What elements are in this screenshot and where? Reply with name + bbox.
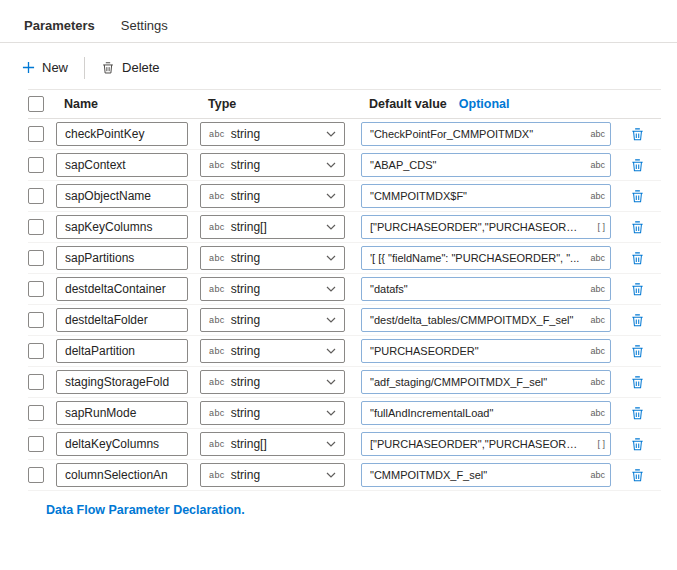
row-checkbox[interactable] bbox=[28, 250, 44, 266]
row-checkbox[interactable] bbox=[28, 467, 44, 483]
parameter-type-select[interactable]: abc string[] bbox=[200, 432, 345, 456]
row-checkbox[interactable] bbox=[28, 374, 44, 390]
row-delete-button[interactable] bbox=[623, 369, 651, 395]
default-value-field: abc bbox=[361, 370, 611, 394]
type-label: string bbox=[231, 375, 320, 389]
parameter-name-input[interactable] bbox=[56, 463, 188, 487]
row-checkbox[interactable] bbox=[28, 436, 44, 452]
tab-settings[interactable]: Settings bbox=[111, 12, 178, 42]
column-header-type: Type bbox=[200, 97, 345, 111]
parameter-type-select[interactable]: abc string bbox=[200, 339, 345, 363]
row-checkbox[interactable] bbox=[28, 281, 44, 297]
type-label: string bbox=[231, 251, 320, 265]
parameter-type-select[interactable]: abc string bbox=[200, 370, 345, 394]
parameter-type-select[interactable]: abc string bbox=[200, 246, 345, 270]
row-delete-button[interactable] bbox=[623, 245, 651, 271]
parameter-name-input[interactable] bbox=[56, 401, 188, 425]
default-value-input[interactable] bbox=[361, 277, 611, 301]
default-value-field: abc bbox=[361, 277, 611, 301]
panel-caption: Data Flow Parameter Declaration. bbox=[46, 503, 677, 517]
tab-parameters[interactable]: Parameters bbox=[14, 12, 105, 42]
parameter-name-input[interactable] bbox=[56, 246, 188, 270]
parameter-name-input[interactable] bbox=[56, 370, 188, 394]
parameters-table: Name Type Default value Optional abc str… bbox=[28, 89, 661, 491]
chevron-down-icon bbox=[326, 224, 336, 230]
parameter-row: abc string abc bbox=[28, 243, 661, 274]
parameter-type-select[interactable]: abc string bbox=[200, 153, 345, 177]
row-delete-button[interactable] bbox=[623, 462, 651, 488]
parameter-name-input[interactable] bbox=[56, 277, 188, 301]
parameter-name-input[interactable] bbox=[56, 339, 188, 363]
new-parameter-button[interactable]: New bbox=[16, 56, 74, 79]
type-label: string bbox=[231, 406, 320, 420]
default-value-input[interactable] bbox=[361, 184, 611, 208]
trash-icon bbox=[630, 468, 645, 483]
parameter-name-input[interactable] bbox=[56, 153, 188, 177]
parameter-row: abc string[] [ ] bbox=[28, 212, 661, 243]
default-value-input[interactable] bbox=[361, 246, 611, 270]
default-value-input[interactable] bbox=[361, 401, 611, 425]
row-delete-button[interactable] bbox=[623, 431, 651, 457]
parameter-type-select[interactable]: abc string bbox=[200, 122, 345, 146]
optional-label: Optional bbox=[459, 97, 510, 111]
string-type-icon: abc bbox=[209, 470, 225, 480]
default-value-input[interactable] bbox=[361, 153, 611, 177]
default-value-input[interactable] bbox=[361, 370, 611, 394]
row-delete-button[interactable] bbox=[623, 338, 651, 364]
row-delete-button[interactable] bbox=[623, 183, 651, 209]
string-type-icon: abc bbox=[209, 315, 225, 325]
column-header-default-value: Default value Optional bbox=[361, 97, 611, 111]
row-checkbox[interactable] bbox=[28, 405, 44, 421]
default-value-field: abc bbox=[361, 122, 611, 146]
chevron-down-icon bbox=[326, 472, 336, 478]
row-checkbox[interactable] bbox=[28, 188, 44, 204]
default-value-input[interactable] bbox=[361, 122, 611, 146]
parameter-name-input[interactable] bbox=[56, 184, 188, 208]
default-value-input[interactable] bbox=[361, 339, 611, 363]
row-checkbox[interactable] bbox=[28, 157, 44, 173]
parameter-type-select[interactable]: abc string bbox=[200, 463, 345, 487]
column-header-name: Name bbox=[56, 97, 188, 111]
parameter-type-select[interactable]: abc string bbox=[200, 184, 345, 208]
select-all-checkbox[interactable] bbox=[28, 96, 44, 112]
default-value-field: abc bbox=[361, 401, 611, 425]
delete-button-label: Delete bbox=[122, 60, 160, 75]
trash-icon bbox=[630, 220, 645, 235]
default-value-input[interactable] bbox=[361, 215, 611, 239]
row-delete-button[interactable] bbox=[623, 400, 651, 426]
tab-settings-label: Settings bbox=[121, 18, 168, 33]
row-checkbox[interactable] bbox=[28, 219, 44, 235]
default-value-input[interactable] bbox=[361, 308, 611, 332]
default-value-field: abc bbox=[361, 308, 611, 332]
parameter-name-input[interactable] bbox=[56, 308, 188, 332]
chevron-down-icon bbox=[326, 348, 336, 354]
chevron-down-icon bbox=[326, 131, 336, 137]
parameter-type-select[interactable]: abc string bbox=[200, 277, 345, 301]
row-delete-button[interactable] bbox=[623, 121, 651, 147]
row-delete-button[interactable] bbox=[623, 307, 651, 333]
type-label: string bbox=[231, 127, 320, 141]
string-type-icon: abc bbox=[209, 377, 225, 387]
delete-parameter-button[interactable]: Delete bbox=[95, 56, 166, 79]
row-checkbox[interactable] bbox=[28, 312, 44, 328]
parameter-row: abc string abc bbox=[28, 119, 661, 150]
row-delete-button[interactable] bbox=[623, 276, 651, 302]
chevron-down-icon bbox=[326, 317, 336, 323]
parameter-name-input[interactable] bbox=[56, 215, 188, 239]
default-value-field: [ ] bbox=[361, 215, 611, 239]
parameter-row: abc string abc bbox=[28, 460, 661, 491]
parameter-name-input[interactable] bbox=[56, 432, 188, 456]
default-value-input[interactable] bbox=[361, 463, 611, 487]
row-checkbox[interactable] bbox=[28, 343, 44, 359]
row-delete-button[interactable] bbox=[623, 152, 651, 178]
parameter-name-input[interactable] bbox=[56, 122, 188, 146]
parameter-type-select[interactable]: abc string[] bbox=[200, 215, 345, 239]
row-delete-button[interactable] bbox=[623, 214, 651, 240]
parameter-row: abc string abc bbox=[28, 181, 661, 212]
default-value-input[interactable] bbox=[361, 432, 611, 456]
type-label: string bbox=[231, 158, 320, 172]
parameter-type-select[interactable]: abc string bbox=[200, 308, 345, 332]
chevron-down-icon bbox=[326, 162, 336, 168]
row-checkbox[interactable] bbox=[28, 126, 44, 142]
parameter-type-select[interactable]: abc string bbox=[200, 401, 345, 425]
